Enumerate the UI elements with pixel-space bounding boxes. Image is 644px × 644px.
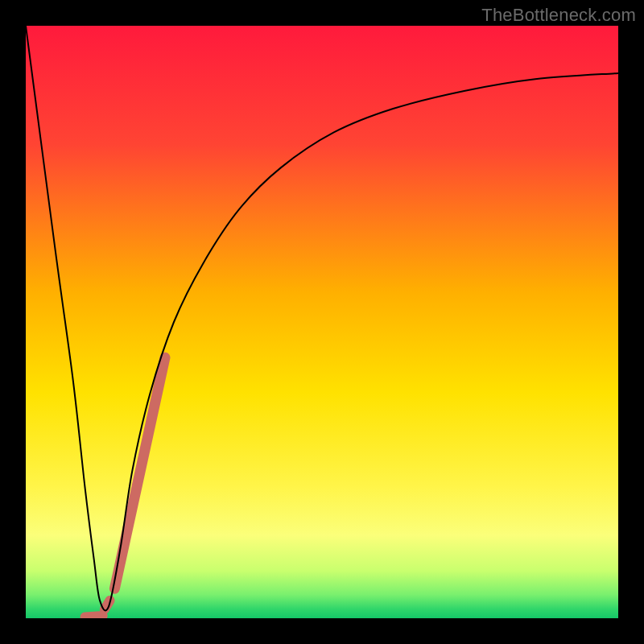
chart-frame: TheBottleneck.com <box>0 0 644 644</box>
watermark-text: TheBottleneck.com <box>481 5 636 26</box>
plot-area <box>26 26 618 618</box>
bottleneck-plot-svg <box>26 26 618 618</box>
highlight-base <box>85 616 103 617</box>
gradient-background <box>26 26 618 618</box>
